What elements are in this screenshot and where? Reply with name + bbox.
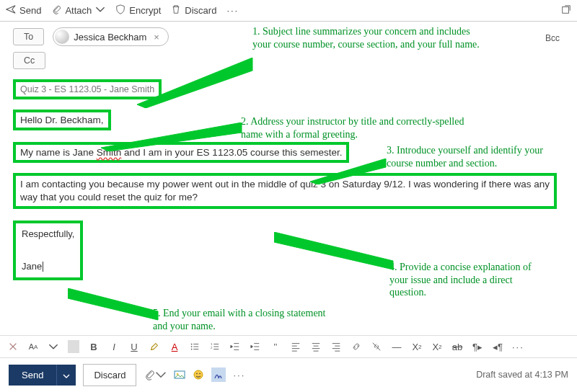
- send-command[interactable]: Send: [6, 4, 41, 17]
- unlink-button[interactable]: [371, 342, 382, 352]
- font-color-drop[interactable]: [48, 342, 59, 352]
- shield-icon: [115, 4, 125, 17]
- annotation-3: 3. Introduce yourself and identify your …: [387, 144, 545, 169]
- cc-button[interactable]: Cc: [13, 52, 45, 69]
- svg-point-8: [191, 349, 193, 350]
- discard-label: Discard: [185, 5, 216, 16]
- picture-button[interactable]: [174, 369, 185, 380]
- indent-button[interactable]: [250, 342, 261, 352]
- misspelled-word: Smith: [97, 147, 122, 158]
- popout-icon: [561, 4, 571, 17]
- attach-command[interactable]: Attach: [51, 4, 105, 17]
- italic-button[interactable]: I: [108, 342, 120, 352]
- arrow-5: [68, 288, 162, 323]
- recipient-chip[interactable]: Jessica Beckham ×: [53, 27, 169, 46]
- reason-text: I am contacting you because my power wen…: [13, 173, 557, 209]
- more-send-button[interactable]: ···: [233, 370, 245, 380]
- chevron-down-icon: [95, 4, 105, 17]
- annotation-2: 2. Address your instructor by title and …: [241, 115, 472, 141]
- font-size-button[interactable]: AA: [27, 342, 39, 351]
- send-button[interactable]: Send: [9, 365, 56, 386]
- rtl-button[interactable]: ◂¶: [492, 342, 503, 352]
- compose-area: To Jessica Beckham × Bcc Cc Quiz 3 - ES …: [0, 22, 577, 335]
- more-command[interactable]: ···: [226, 5, 239, 16]
- avatar: [55, 30, 69, 44]
- annotation-4: 4. Provide a concise explanation of your…: [389, 261, 548, 299]
- clear-format-button[interactable]: [7, 342, 19, 352]
- quote-button[interactable]: ": [270, 341, 281, 352]
- send-bar: Send Discard ··· Draft saved at 4:13 PM: [0, 358, 577, 391]
- subscript-button[interactable]: X2: [431, 342, 443, 352]
- numbering-button[interactable]: 12: [209, 342, 221, 352]
- encrypt-command[interactable]: Encrypt: [115, 4, 161, 17]
- bold-button[interactable]: B: [88, 342, 100, 352]
- paperclip-icon: [51, 4, 61, 17]
- to-button[interactable]: To: [13, 28, 44, 45]
- svg-rect-0: [563, 7, 569, 14]
- closing-line1: Respectfully,: [22, 228, 74, 239]
- encrypt-label: Encrypt: [129, 5, 161, 16]
- intro-text: My name is Jane Smith and I am in your E…: [13, 142, 349, 163]
- svg-point-7: [191, 346, 193, 347]
- svg-text:2: 2: [211, 346, 213, 349]
- remove-recipient-button[interactable]: ×: [151, 32, 162, 43]
- text-color-button[interactable]: A: [169, 342, 180, 352]
- align-center-button[interactable]: [310, 342, 322, 352]
- send-label: Send: [19, 5, 41, 16]
- svg-point-13: [194, 370, 203, 379]
- recipient-name: Jessica Beckham: [74, 32, 146, 43]
- svg-marker-5: [68, 288, 158, 320]
- send-split-button: Send: [9, 365, 76, 386]
- svg-point-15: [200, 373, 201, 375]
- annotation-1: 1. Subject line summarizes your concern …: [252, 25, 483, 50]
- command-bar: Send Attach Encrypt Discard ···: [0, 0, 577, 22]
- underline-button[interactable]: U: [128, 342, 140, 352]
- send-options-button[interactable]: [56, 365, 76, 386]
- bcc-button[interactable]: Bcc: [545, 33, 560, 43]
- closing-text: Respectfully, Jane: [13, 220, 83, 280]
- hr-button[interactable]: —: [391, 342, 402, 352]
- svg-point-6: [191, 344, 193, 345]
- send-icon: [6, 4, 16, 17]
- text-cursor: [43, 262, 43, 272]
- closing-line2: Jane: [22, 261, 42, 272]
- strike-button[interactable]: ab: [452, 342, 463, 352]
- bullets-button[interactable]: [189, 342, 201, 352]
- signature-button[interactable]: [211, 368, 226, 382]
- format-more[interactable]: ···: [512, 342, 524, 352]
- align-left-button[interactable]: [290, 342, 301, 352]
- annotation-5: 5. End your email with a closing stateme…: [153, 307, 340, 332]
- superscript-button[interactable]: X2: [411, 342, 423, 352]
- outdent-button[interactable]: [229, 342, 241, 352]
- greeting-text: Hello Dr. Beckham,: [13, 110, 111, 130]
- popout-button[interactable]: [561, 4, 571, 17]
- align-right-button[interactable]: [330, 342, 342, 352]
- format-toolbar: AA B I U A 12 " — X2 X2 ab ¶▸ ◂¶ ···: [0, 335, 577, 358]
- highlight-button[interactable]: [149, 342, 160, 352]
- cc-row: Cc: [13, 52, 564, 69]
- svg-point-14: [197, 373, 198, 375]
- subject-field[interactable]: Quiz 3 - ES 1123.05 - Jane Smith: [13, 79, 162, 99]
- emoji-button[interactable]: [193, 369, 204, 380]
- attach-button-bottom[interactable]: [144, 369, 167, 380]
- attach-label: Attach: [65, 5, 92, 16]
- trash-icon: [171, 4, 181, 17]
- discard-command[interactable]: Discard: [171, 4, 216, 17]
- subject-row[interactable]: Quiz 3 - ES 1123.05 - Jane Smith: [13, 79, 564, 99]
- link-button[interactable]: [351, 342, 362, 352]
- discard-button[interactable]: Discard: [83, 364, 136, 386]
- draft-status: Draft saved at 4:13 PM: [476, 370, 568, 380]
- ltr-button[interactable]: ¶▸: [472, 342, 483, 352]
